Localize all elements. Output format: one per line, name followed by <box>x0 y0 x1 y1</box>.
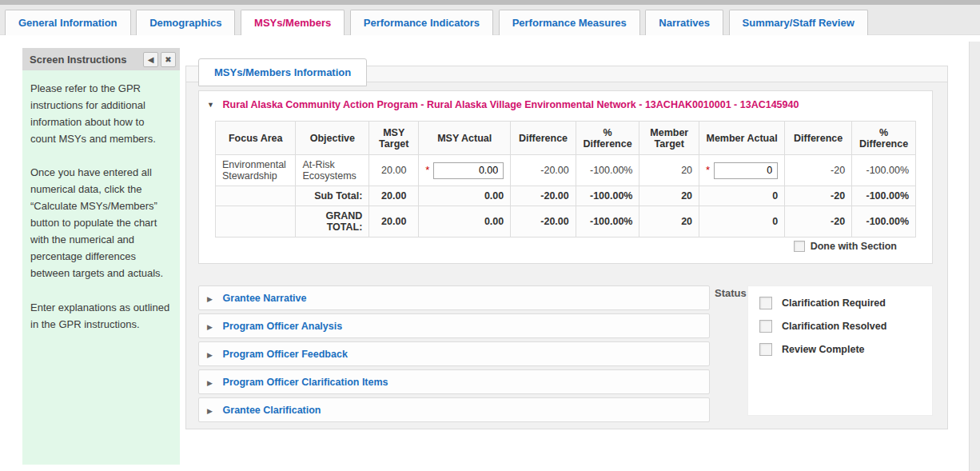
msy-actual-input[interactable] <box>433 162 504 179</box>
chevron-right-icon: ▶ <box>207 379 213 387</box>
done-with-section-checkbox[interactable] <box>794 241 805 252</box>
instruction-paragraph: Once you have entered all numerical data… <box>30 164 172 281</box>
grand-total-member-target: 20 <box>639 206 699 237</box>
program-section-header[interactable]: ▼ Rural Alaska Community Action Program … <box>199 91 932 114</box>
status-box: Clarification Required Clarification Res… <box>747 285 933 416</box>
accordion-list: ▶ Grantee Narrative ▶ Program Officer An… <box>198 285 710 425</box>
difference-cell: -20.00 <box>511 155 576 186</box>
instruction-paragraph: Please refer to the GPR instructions for… <box>30 80 172 147</box>
sub-total-pct-difference: -100.00% <box>576 186 639 206</box>
accordion-program-officer-clarification-items[interactable]: ▶ Program Officer Clarification Items <box>198 369 710 394</box>
sub-total-difference: -20.00 <box>511 186 576 206</box>
grand-total-member-actual: 0 <box>699 206 785 237</box>
clarification-resolved-checkbox[interactable] <box>759 320 772 333</box>
instruction-paragraph: Enter explanations as outlined in the GP… <box>30 299 172 333</box>
tab-demographics[interactable]: Demographics <box>136 10 235 35</box>
program-section-title: Rural Alaska Community Action Program - … <box>223 99 799 110</box>
msy-members-table: Focus Area Objective MSY Target MSY Actu… <box>215 121 916 237</box>
vertical-scrollbar[interactable] <box>969 42 980 471</box>
chevron-right-icon: ▶ <box>207 323 213 331</box>
msy-table-wrap: Focus Area Objective MSY Target MSY Actu… <box>199 114 932 263</box>
grand-total-member-pct-difference: -100.00% <box>852 206 916 237</box>
panel-tab-row: MSYs/Members Information <box>186 66 947 82</box>
grand-total-label: GRAND TOTAL: <box>296 206 369 237</box>
col-member-target: Member Target <box>639 122 699 155</box>
chevron-down-icon: ▼ <box>207 101 214 109</box>
close-panel-button[interactable]: ✖ <box>161 52 176 67</box>
screen-instructions-body: Please refer to the GPR instructions for… <box>22 70 180 465</box>
sub-total-member-actual: 0 <box>699 186 785 206</box>
col-msy-target: MSY Target <box>369 122 419 155</box>
screen-instructions-title: Screen Instructions <box>30 54 141 66</box>
grand-total-difference: -20.00 <box>511 206 576 237</box>
review-complete-checkbox[interactable] <box>759 343 772 356</box>
required-asterisk: * <box>425 164 429 176</box>
sub-total-row: Sub Total: 20.00 0.00 -20.00 -100.00% 20… <box>216 186 916 206</box>
chevron-right-icon: ▶ <box>207 295 213 303</box>
msys-members-information-tab[interactable]: MSYs/Members Information <box>198 58 367 86</box>
grand-total-member-difference: -20 <box>785 206 852 237</box>
sub-total-member-pct-difference: -100.00% <box>852 186 916 206</box>
empty-cell <box>216 186 296 206</box>
collapse-arrow-icon: ◀ <box>148 55 154 64</box>
tab-summary-staff-review[interactable]: Summary/Staff Review <box>729 10 868 35</box>
col-pct-difference: % Difference <box>576 122 639 155</box>
col-focus-area: Focus Area <box>216 122 296 155</box>
main-tab-bar: General Information Demographics MSYs/Me… <box>0 5 980 35</box>
focus-area-cell: Environmental Stewardship <box>216 155 296 186</box>
col-member-actual: Member Actual <box>699 122 785 155</box>
msys-members-panel: MSYs/Members Information ▼ Rural Alaska … <box>185 66 948 429</box>
required-asterisk: * <box>706 164 710 176</box>
content-region: Screen Instructions ◀ ✖ Please refer to … <box>22 48 967 465</box>
collapse-panel-button[interactable]: ◀ <box>143 52 158 67</box>
col-pct-difference-2: % Difference <box>852 122 916 155</box>
sub-total-msy-target: 20.00 <box>369 186 419 206</box>
done-with-section-row: Done with Section <box>215 237 916 253</box>
tab-narratives[interactable]: Narratives <box>645 10 723 35</box>
status-option-row: Review Complete <box>759 343 921 356</box>
accordion-grantee-narrative[interactable]: ▶ Grantee Narrative <box>198 285 710 310</box>
accordion-program-officer-feedback[interactable]: ▶ Program Officer Feedback <box>198 341 710 366</box>
accordion-program-officer-analysis[interactable]: ▶ Program Officer Analysis <box>198 313 710 338</box>
grand-total-pct-difference: -100.00% <box>576 206 639 237</box>
msy-target-cell: 20.00 <box>369 155 419 186</box>
table-header-row: Focus Area Objective MSY Target MSY Actu… <box>216 122 916 155</box>
grand-total-msy-target: 20.00 <box>369 206 419 237</box>
member-pct-difference-cell: -100.00% <box>852 155 916 186</box>
tab-performance-indicators[interactable]: Performance Indicators <box>350 10 493 35</box>
accordion-grantee-clarification[interactable]: ▶ Grantee Clarification <box>198 397 710 422</box>
grand-total-msy-actual: 0.00 <box>419 206 511 237</box>
status-option-row: Clarification Required <box>759 297 921 309</box>
member-difference-cell: -20 <box>785 155 852 186</box>
chevron-right-icon: ▶ <box>207 407 213 415</box>
program-section: ▼ Rural Alaska Community Action Program … <box>198 90 933 264</box>
member-actual-cell: * <box>699 155 785 186</box>
empty-cell <box>216 206 296 237</box>
done-with-section-label: Done with Section <box>811 241 897 252</box>
screen-instructions-header: Screen Instructions ◀ ✖ <box>22 48 180 70</box>
member-target-cell: 20 <box>639 155 699 186</box>
col-difference: Difference <box>511 122 576 155</box>
objective-cell: At-Risk Ecosystems <box>296 155 369 186</box>
table-row: Environmental Stewardship At-Risk Ecosys… <box>216 155 916 186</box>
pct-difference-cell: -100.00% <box>576 155 639 186</box>
tab-msys-members[interactable]: MSYs/Members <box>241 10 345 35</box>
msy-actual-cell: * <box>419 155 511 186</box>
sub-total-label: Sub Total: <box>296 186 369 206</box>
sub-total-member-target: 20 <box>639 186 699 206</box>
col-difference-2: Difference <box>785 122 852 155</box>
col-objective: Objective <box>296 122 369 155</box>
member-actual-input[interactable] <box>714 162 778 179</box>
close-icon: ✖ <box>165 55 171 64</box>
lower-region: ▶ Grantee Narrative ▶ Program Officer An… <box>198 285 933 425</box>
tab-general-information[interactable]: General Information <box>5 10 131 35</box>
chevron-right-icon: ▶ <box>207 351 213 359</box>
screen-instructions-panel: Screen Instructions ◀ ✖ Please refer to … <box>22 48 180 465</box>
sub-total-member-difference: -20 <box>785 186 852 206</box>
grand-total-row: GRAND TOTAL: 20.00 0.00 -20.00 -100.00% … <box>216 206 916 237</box>
status-label: Status <box>715 287 747 299</box>
tab-performance-measures[interactable]: Performance Measures <box>499 10 640 35</box>
panel-content: ▼ Rural Alaska Community Action Program … <box>186 82 947 425</box>
clarification-required-checkbox[interactable] <box>759 297 772 309</box>
status-option-row: Clarification Resolved <box>759 320 921 333</box>
